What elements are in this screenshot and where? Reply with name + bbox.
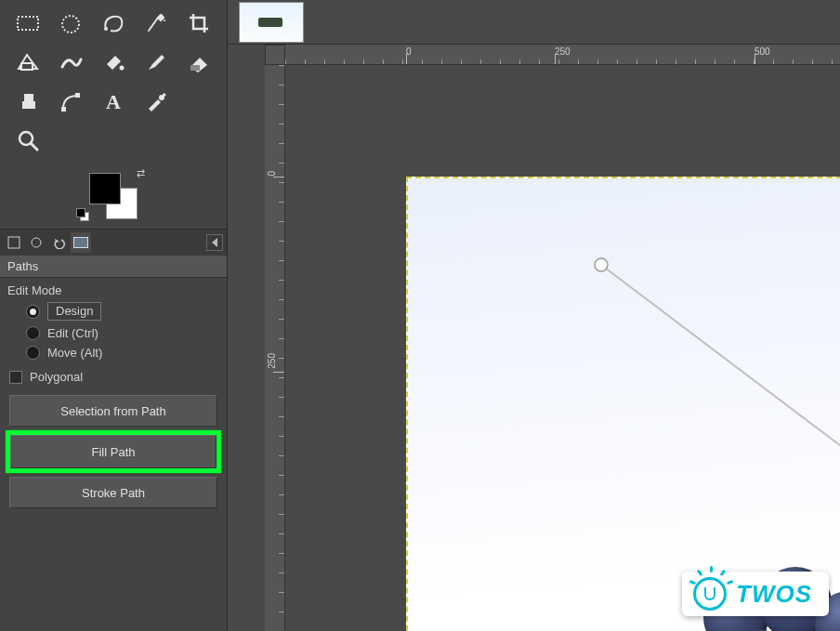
vertical-ruler[interactable]: 0 250 [265, 65, 285, 631]
svg-rect-5 [21, 63, 33, 70]
bucket-fill-tool[interactable] [95, 45, 132, 80]
svg-rect-9 [22, 101, 35, 109]
svg-rect-7 [190, 65, 200, 71]
radio-icon [26, 346, 40, 360]
ruler-corner[interactable] [265, 45, 285, 65]
paths-panel-title: Paths [0, 256, 227, 278]
fill-path-button[interactable]: Fill Path [10, 435, 217, 468]
checkbox-icon [9, 371, 22, 384]
fill-path-highlight: Fill Path [6, 430, 221, 473]
color-swatch[interactable]: ⇄ [0, 162, 227, 229]
clone-tool[interactable] [9, 84, 46, 119]
svg-point-4 [164, 20, 165, 21]
text-tool[interactable]: A [95, 84, 132, 119]
paths-tool[interactable] [52, 84, 89, 119]
tool-options-tabs [0, 230, 227, 256]
fuzzy-select-tool[interactable] [138, 6, 175, 41]
edit-mode-label: Edit Mode [0, 278, 227, 299]
ruler-mark: 0 [267, 171, 277, 177]
svg-rect-11 [75, 93, 80, 98]
panel-menu-icon[interactable] [206, 234, 223, 251]
edit-mode-design[interactable]: Design [0, 299, 227, 323]
svg-rect-0 [18, 17, 38, 30]
crop-tool[interactable] [180, 6, 217, 41]
horizontal-ruler[interactable]: 0 250 500 [285, 45, 840, 65]
ruler-mark: 250 [555, 46, 571, 57]
canvas-viewport[interactable] [285, 65, 840, 631]
ruler-mark: 250 [267, 353, 277, 369]
edit-mode-move[interactable]: Move (Alt) [0, 343, 227, 362]
toolbox: A [0, 0, 227, 158]
eraser-tool[interactable] [180, 45, 217, 80]
svg-line-16 [31, 143, 37, 150]
edit-mode-edit[interactable]: Edit (Ctrl) [0, 323, 227, 343]
svg-rect-20 [74, 238, 87, 247]
warp-tool[interactable] [52, 45, 89, 80]
svg-point-1 [62, 16, 79, 33]
tab-images[interactable] [71, 232, 91, 253]
checkbox-label: Polygonal [30, 370, 83, 384]
tab-undo-history[interactable] [48, 232, 69, 253]
svg-point-18 [32, 238, 41, 247]
polygonal-option[interactable]: Polygonal [0, 362, 227, 391]
radio-label: Edit (Ctrl) [47, 326, 98, 340]
foreground-color-swatch[interactable] [89, 173, 121, 204]
watermark-text: TWOS [736, 580, 812, 609]
button-label: Fill Path [92, 445, 136, 459]
svg-text:A: A [106, 90, 121, 112]
tab-device-status[interactable] [26, 232, 46, 253]
image-tab-thumbnail[interactable] [239, 2, 304, 43]
stroke-path-button[interactable]: Stroke Path [9, 477, 217, 508]
svg-point-6 [120, 66, 125, 71]
watermark-badge: TWOS [682, 572, 829, 616]
rectangle-select-tool[interactable] [9, 6, 46, 41]
ellipse-select-tool[interactable] [52, 6, 89, 41]
radio-icon [26, 326, 40, 340]
button-label: Selection from Path [60, 404, 165, 418]
radio-icon [26, 305, 40, 319]
radio-label: Move (Alt) [47, 346, 102, 360]
button-label: Stroke Path [82, 486, 145, 500]
swap-colors-icon[interactable]: ⇄ [137, 167, 145, 179]
lightbulb-icon [693, 577, 727, 611]
default-colors-icon[interactable] [76, 208, 89, 221]
svg-point-2 [104, 27, 108, 31]
tab-tool-options[interactable] [4, 232, 24, 253]
svg-rect-8 [24, 94, 33, 101]
svg-rect-10 [61, 107, 66, 112]
color-picker-tool[interactable] [138, 84, 175, 119]
radio-label: Design [47, 302, 101, 321]
paintbrush-tool[interactable] [138, 45, 175, 80]
image-tab-bar [228, 0, 840, 45]
toolbox-panel: A ⇄ Paths Edit Mode Design [0, 0, 228, 631]
ruler-mark: 500 [755, 46, 770, 57]
selection-from-path-button[interactable]: Selection from Path [9, 395, 217, 427]
svg-rect-17 [8, 237, 20, 248]
free-select-tool[interactable] [95, 6, 132, 41]
unified-transform-tool[interactable] [9, 45, 46, 80]
zoom-tool[interactable] [9, 123, 46, 158]
svg-point-3 [161, 15, 164, 18]
